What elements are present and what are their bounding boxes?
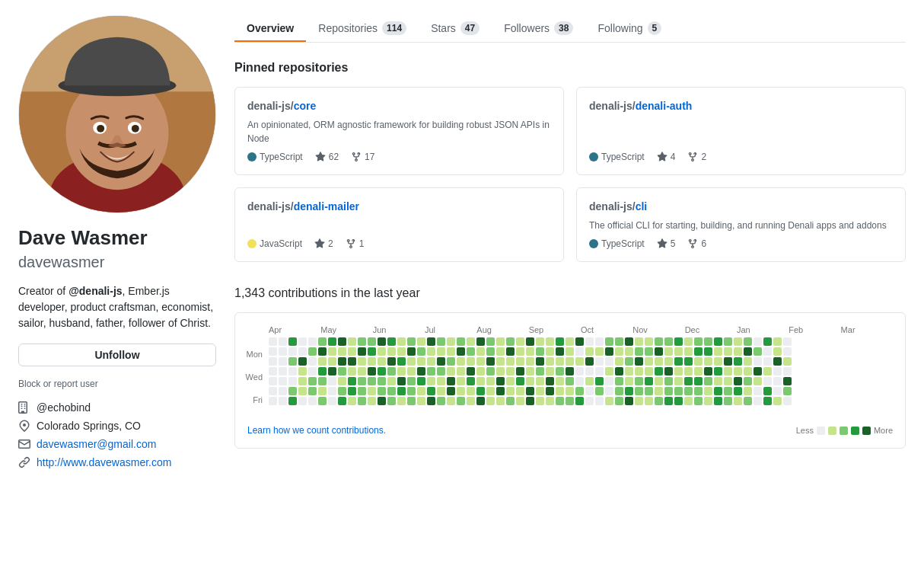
graph-cell[interactable] (615, 357, 623, 366)
graph-cell[interactable] (546, 387, 554, 395)
graph-cell[interactable] (298, 397, 307, 405)
graph-cell[interactable] (605, 347, 613, 356)
graph-cell[interactable] (526, 397, 534, 405)
graph-cell[interactable] (506, 337, 515, 346)
graph-cell[interactable] (645, 397, 653, 405)
graph-cell[interactable] (605, 357, 613, 366)
graph-cell[interactable] (704, 397, 712, 405)
graph-cell[interactable] (595, 397, 604, 405)
graph-cell[interactable] (664, 387, 673, 395)
graph-cell[interactable] (358, 337, 366, 346)
graph-cell[interactable] (754, 397, 762, 405)
graph-cell[interactable] (744, 347, 752, 356)
graph-cell[interactable] (566, 367, 574, 375)
graph-cell[interactable] (397, 347, 406, 356)
graph-cell[interactable] (467, 377, 475, 385)
graph-cell[interactable] (358, 347, 366, 356)
graph-cell[interactable] (447, 387, 455, 395)
graph-cell[interactable] (635, 367, 643, 375)
graph-cell[interactable] (476, 377, 485, 385)
graph-cell[interactable] (348, 367, 356, 375)
graph-cell[interactable] (684, 357, 693, 366)
graph-cell[interactable] (674, 377, 683, 385)
graph-cell[interactable] (694, 337, 703, 346)
graph-cell[interactable] (773, 367, 782, 375)
graph-cell[interactable] (763, 397, 772, 405)
graph-cell[interactable] (457, 377, 465, 385)
graph-cell[interactable] (625, 397, 633, 405)
graph-cell[interactable] (368, 347, 376, 356)
graph-cell[interactable] (575, 367, 584, 375)
graph-cell[interactable] (783, 397, 792, 405)
graph-cell[interactable] (348, 337, 356, 346)
graph-cell[interactable] (288, 397, 297, 405)
graph-cell[interactable] (566, 397, 574, 405)
graph-cell[interactable] (338, 397, 346, 405)
graph-cell[interactable] (279, 387, 287, 395)
graph-cell[interactable] (575, 357, 584, 366)
graph-cell[interactable] (566, 337, 574, 346)
graph-cell[interactable] (467, 337, 475, 346)
graph-cell[interactable] (269, 337, 277, 346)
graph-cell[interactable] (585, 377, 594, 385)
graph-cell[interactable] (724, 377, 732, 385)
graph-cell[interactable] (664, 347, 673, 356)
graph-cell[interactable] (467, 367, 475, 375)
graph-cell[interactable] (397, 387, 406, 395)
graph-cell[interactable] (734, 377, 742, 385)
graph-cell[interactable] (615, 377, 623, 385)
tab-overview[interactable]: Overview (234, 16, 306, 42)
repo-link-cli[interactable]: denali-js/cli (589, 200, 893, 213)
graph-cell[interactable] (467, 387, 475, 395)
graph-cell[interactable] (595, 377, 604, 385)
graph-cell[interactable] (684, 397, 693, 405)
graph-cell[interactable] (595, 367, 604, 375)
graph-cell[interactable] (318, 337, 327, 346)
graph-cell[interactable] (645, 347, 653, 356)
website-link[interactable]: http://www.davewasmer.com (37, 456, 171, 468)
graph-cell[interactable] (704, 387, 712, 395)
graph-cell[interactable] (694, 377, 703, 385)
graph-cell[interactable] (308, 397, 317, 405)
graph-cell[interactable] (704, 367, 712, 375)
graph-cell[interactable] (783, 387, 792, 395)
graph-cell[interactable] (754, 337, 762, 346)
graph-cell[interactable] (348, 397, 356, 405)
graph-cell[interactable] (328, 367, 336, 375)
graph-cell[interactable] (684, 377, 693, 385)
graph-cell[interactable] (754, 367, 762, 375)
graph-cell[interactable] (288, 337, 297, 346)
graph-cell[interactable] (427, 397, 435, 405)
graph-cell[interactable] (437, 377, 445, 385)
graph-cell[interactable] (694, 347, 703, 356)
graph-cell[interactable] (655, 337, 663, 346)
graph-cell[interactable] (655, 397, 663, 405)
graph-cell[interactable] (536, 347, 544, 356)
graph-cell[interactable] (417, 387, 425, 395)
graph-cell[interactable] (328, 347, 336, 356)
graph-cell[interactable] (457, 347, 465, 356)
tab-repositories[interactable]: Repositories 114 (306, 15, 419, 43)
graph-cell[interactable] (615, 347, 623, 356)
graph-cell[interactable] (714, 347, 722, 356)
graph-cell[interactable] (694, 397, 703, 405)
graph-cell[interactable] (674, 397, 683, 405)
graph-cell[interactable] (397, 397, 406, 405)
graph-cell[interactable] (378, 387, 386, 395)
graph-cell[interactable] (714, 367, 722, 375)
graph-cell[interactable] (338, 367, 346, 375)
graph-cell[interactable] (496, 357, 505, 366)
graph-cell[interactable] (378, 367, 386, 375)
graph-cell[interactable] (328, 357, 336, 366)
graph-cell[interactable] (387, 397, 396, 405)
graph-cell[interactable] (427, 367, 435, 375)
graph-cell[interactable] (546, 357, 554, 366)
graph-cell[interactable] (338, 357, 346, 366)
graph-cell[interactable] (783, 377, 792, 385)
graph-cell[interactable] (655, 367, 663, 375)
graph-cell[interactable] (526, 337, 534, 346)
graph-cell[interactable] (655, 377, 663, 385)
graph-cell[interactable] (368, 397, 376, 405)
graph-cell[interactable] (734, 387, 742, 395)
graph-cell[interactable] (387, 377, 396, 385)
